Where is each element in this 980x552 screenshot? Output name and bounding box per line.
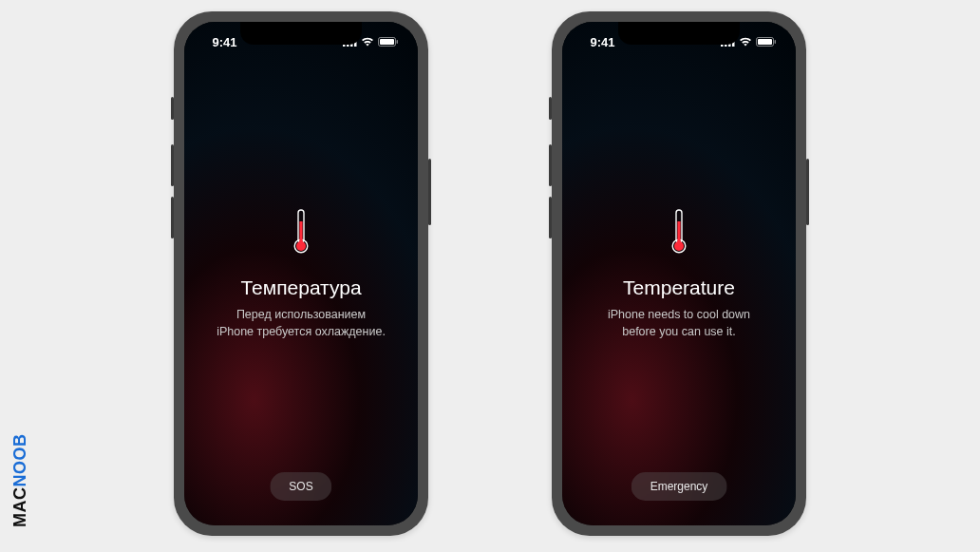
battery-icon xyxy=(756,37,777,47)
temperature-message: iPhone needs to cool down before you can… xyxy=(581,307,777,340)
svg-rect-5 xyxy=(380,39,394,45)
temperature-heading: Температура xyxy=(240,276,361,299)
temperature-warning-content: Temperature iPhone needs to cool down be… xyxy=(562,56,796,525)
volume-down-button xyxy=(171,197,174,238)
mute-switch xyxy=(171,97,174,120)
svg-rect-9 xyxy=(299,221,302,242)
phone-bezel: 9:41 xyxy=(184,22,418,525)
emergency-button[interactable]: Emergency xyxy=(631,472,727,501)
phones-container: 9:41 xyxy=(0,0,980,536)
phone-notch xyxy=(240,22,362,45)
volume-down-button xyxy=(549,197,552,238)
temperature-message: Перед использованием iPhone требуется ох… xyxy=(190,307,412,340)
volume-up-button xyxy=(549,144,552,186)
svg-point-21 xyxy=(674,241,684,251)
wifi-icon xyxy=(361,37,374,47)
temperature-warning-content: Температура Перед использованием iPhone … xyxy=(184,56,418,525)
sos-button[interactable]: SOS xyxy=(270,472,331,501)
thermometer-icon xyxy=(292,208,311,257)
phone-screen: 9:41 xyxy=(562,22,796,525)
svg-rect-6 xyxy=(397,40,399,44)
battery-icon xyxy=(378,37,399,47)
watermark-part1: MAC xyxy=(10,487,29,528)
watermark-part2: NOOB xyxy=(10,434,29,487)
phone-screen: 9:41 xyxy=(184,22,418,525)
svg-point-10 xyxy=(296,241,306,251)
svg-rect-17 xyxy=(775,40,777,44)
phone-device-ru: 9:41 xyxy=(174,11,428,536)
status-time: 9:41 xyxy=(581,35,624,49)
svg-rect-16 xyxy=(758,39,772,45)
power-button xyxy=(806,159,809,225)
thermometer-icon xyxy=(669,208,688,257)
mute-switch xyxy=(549,97,552,120)
volume-up-button xyxy=(171,144,174,186)
svg-rect-20 xyxy=(677,221,680,242)
power-button xyxy=(428,159,431,225)
status-time: 9:41 xyxy=(203,35,246,49)
watermark-logo: MACNOOB xyxy=(10,434,30,528)
temperature-heading: Temperature xyxy=(623,276,735,299)
wifi-icon xyxy=(739,37,752,47)
phone-device-en: 9:41 xyxy=(552,11,806,536)
phone-notch xyxy=(618,22,740,45)
phone-bezel: 9:41 xyxy=(562,22,796,525)
